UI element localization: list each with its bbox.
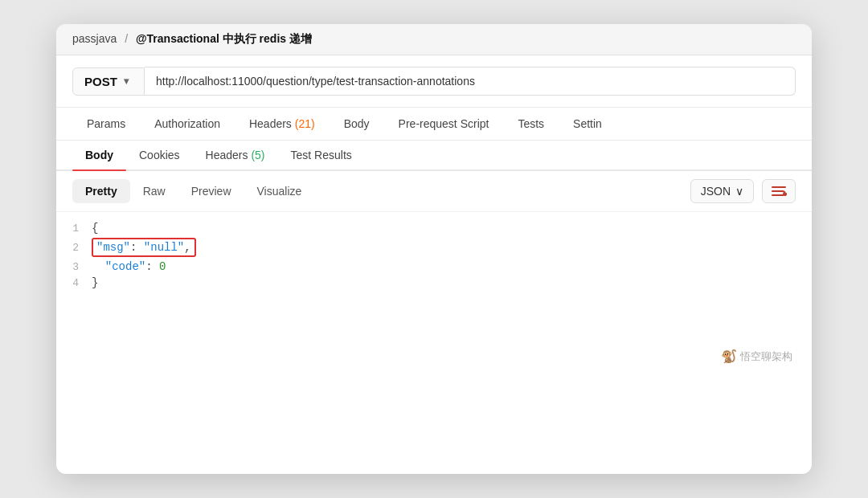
line-num-1: 1 — [56, 222, 92, 235]
code-line-3: 3 "code": 0 — [56, 259, 812, 275]
highlight-box: "msg": "null", — [92, 238, 196, 257]
method-label: POST — [84, 75, 117, 88]
titlebar: passjava / @Transactional 中执行 redis 递增 — [56, 24, 812, 55]
breadcrumb-separator: / — [125, 32, 131, 45]
code-line-3-content: "code": 0 — [92, 260, 166, 273]
line-num-3: 3 — [56, 261, 92, 273]
code-line-2: 2 "msg": "null", — [56, 236, 812, 259]
sub-tab-cookies[interactable]: Cookies — [126, 141, 193, 169]
tab-body[interactable]: Body — [330, 108, 384, 140]
code-line-2-content: "msg": "null", — [92, 238, 196, 257]
code-value: 0 — [159, 260, 166, 273]
resp-tab-preview[interactable]: Preview — [178, 179, 244, 203]
request-tabs: Params Authorization Headers (21) Body P… — [56, 108, 812, 141]
format-label: JSON — [701, 185, 731, 198]
tab-settings[interactable]: Settin — [559, 108, 616, 140]
line-num-2: 2 — [56, 242, 92, 254]
resp-tab-visualize[interactable]: Visualize — [244, 179, 315, 203]
format-selector[interactable]: JSON ∨ — [690, 179, 754, 203]
tab-headers[interactable]: Headers (21) — [235, 108, 330, 140]
url-bar: POST ▾ — [56, 55, 812, 108]
line-num-4: 4 — [56, 277, 92, 289]
tab-tests[interactable]: Tests — [503, 108, 559, 140]
wrap-lines-icon — [771, 185, 787, 198]
msg-key: "msg" — [96, 241, 130, 254]
headers-badge: (21) — [295, 117, 315, 130]
watermark: 🐒 悟空聊架构 — [56, 341, 812, 375]
sub-tab-headers[interactable]: Headers (5) — [193, 141, 278, 169]
code-line-4: 4 } — [56, 275, 812, 291]
tab-authorization[interactable]: Authorization — [140, 108, 235, 140]
resp-tab-raw[interactable]: Raw — [130, 179, 178, 203]
msg-value: "null" — [144, 241, 184, 254]
response-tabs: Body Cookies Headers (5) Test Results — [56, 141, 812, 171]
sub-headers-badge: (5) — [251, 149, 264, 161]
sub-tab-test-results[interactable]: Test Results — [278, 141, 365, 169]
format-chevron-icon: ∨ — [735, 185, 743, 198]
url-input[interactable] — [145, 67, 796, 96]
sub-tab-body[interactable]: Body — [72, 141, 126, 169]
code-line-1: 1 { — [56, 220, 812, 236]
method-selector[interactable]: POST ▾ — [72, 67, 145, 96]
code-key: "code" — [105, 260, 145, 273]
breadcrumb-title: @Transactional 中执行 redis 递增 — [136, 32, 312, 45]
breadcrumb: passjava / @Transactional 中执行 redis 递增 — [72, 32, 312, 47]
response-toolbar: Pretty Raw Preview Visualize JSON ∨ — [56, 171, 812, 212]
chevron-down-icon: ▾ — [124, 76, 129, 87]
code-brace-open: { — [92, 222, 98, 235]
code-area: 1 { 2 "msg": "null", 3 "code": 0 — [56, 212, 812, 341]
watermark-text: 悟空聊架构 — [740, 349, 792, 364]
tab-params[interactable]: Params — [72, 108, 140, 140]
resp-tab-pretty[interactable]: Pretty — [72, 179, 130, 203]
wrap-button[interactable] — [762, 179, 796, 203]
code-brace-close: } — [92, 276, 98, 289]
watermark-icon: 🐒 — [721, 349, 737, 364]
tab-pre-request[interactable]: Pre-request Script — [384, 108, 504, 140]
breadcrumb-base: passjava — [72, 32, 117, 45]
